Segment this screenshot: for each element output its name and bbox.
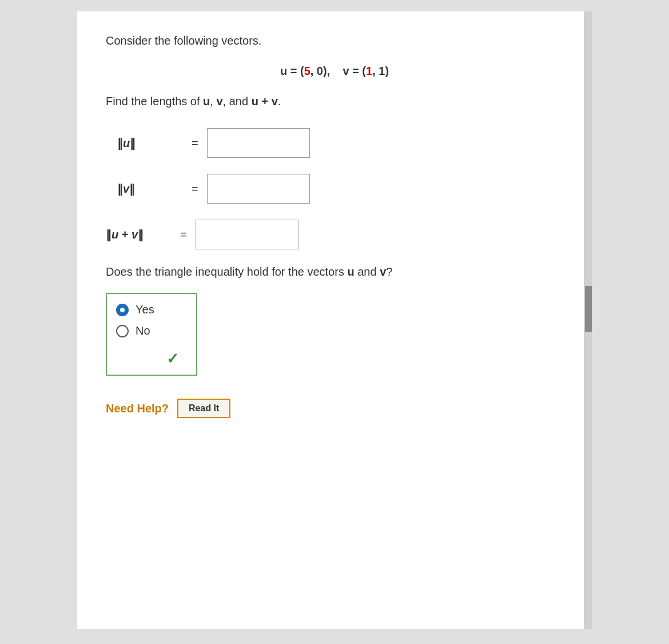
- v-red-value: 1: [366, 65, 372, 77]
- radio-yes-circle[interactable]: [116, 304, 129, 316]
- radio-yes-option[interactable]: Yes: [116, 303, 179, 316]
- norm-uplusv-row: ‖u + v‖ =: [106, 220, 563, 249]
- checkmark-area: ✓: [116, 345, 179, 368]
- norm-v-row: ‖v‖ =: [106, 174, 563, 204]
- norm-uplusv-equals: =: [180, 228, 187, 241]
- norm-v-equals: =: [192, 182, 198, 196]
- norm-u-row: ‖u‖ =: [106, 128, 563, 158]
- need-help-label: Need Help?: [106, 402, 169, 415]
- radio-no-option[interactable]: No: [116, 324, 179, 337]
- checkmark-icon: ✓: [166, 350, 179, 368]
- radio-no-circle[interactable]: [116, 325, 129, 337]
- norm-v-input[interactable]: [207, 174, 310, 204]
- radio-no-label: No: [136, 324, 150, 337]
- norm-uplusv-label: ‖u + v‖: [106, 228, 180, 241]
- u-vector-label: u: [280, 65, 287, 77]
- intro-text: Consider the following vectors.: [106, 34, 563, 47]
- find-lengths-text: Find the lengths of u, v, and u + v.: [106, 95, 563, 108]
- vectors-line: u = (5, 0), v = (1, 1): [106, 65, 563, 78]
- norm-uplusv-input[interactable]: [196, 220, 298, 249]
- radio-yes-label: Yes: [136, 303, 154, 316]
- norm-u-equals: =: [192, 137, 198, 150]
- need-help-row: Need Help? Read It: [106, 399, 563, 418]
- triangle-inequality-text: Does the triangle inequality hold for th…: [106, 265, 563, 279]
- norm-u-input[interactable]: [207, 128, 310, 158]
- norm-u-label: ‖u‖: [117, 136, 192, 150]
- v-vector-label: v: [343, 65, 349, 77]
- norm-v-label: ‖v‖: [117, 182, 192, 196]
- page-container: Consider the following vectors. u = (5, …: [77, 11, 592, 629]
- scrollbar-thumb[interactable]: [585, 286, 592, 332]
- read-it-button[interactable]: Read It: [177, 399, 230, 418]
- radio-container: Yes No ✓: [106, 293, 197, 376]
- u-red-value: 5: [304, 65, 310, 77]
